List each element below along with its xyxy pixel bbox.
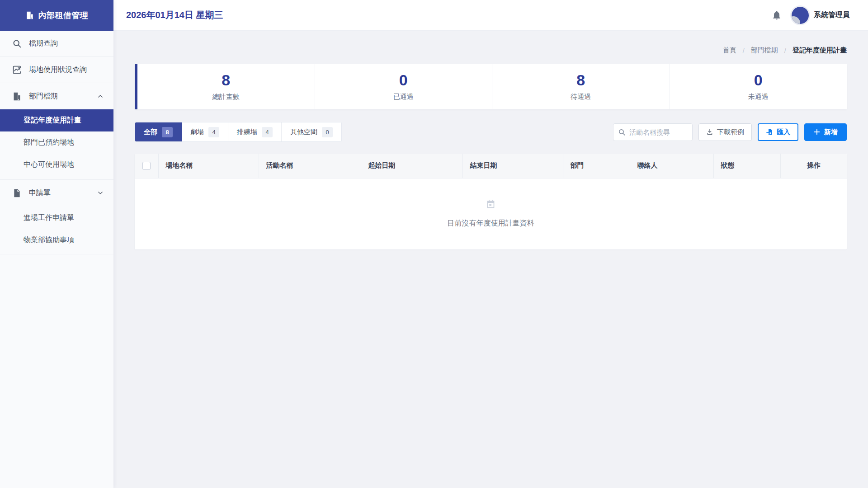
stat-approved: 0 已通過 xyxy=(315,64,493,109)
tab-count-badge: 8 xyxy=(162,127,173,137)
building-icon xyxy=(12,92,22,101)
file-import-icon xyxy=(766,128,773,136)
column-header-department: 部門 xyxy=(563,154,630,178)
stat-total-plans: 8 總計畫數 xyxy=(137,64,315,109)
sidebar-item-label: 部門檔期 xyxy=(29,92,58,101)
sidebar-subitem-label: 登記年度使用計畫 xyxy=(24,116,81,125)
tab-label: 全部 xyxy=(144,128,157,136)
app-title: 內部租借管理 xyxy=(38,10,89,21)
sidebar-subitem-reserved-venues[interactable]: 部門已預約場地 xyxy=(0,131,113,154)
controls-row: 全部 8 劇場 4 排練場 4 其他空間 0 xyxy=(135,122,847,142)
document-icon xyxy=(12,188,22,198)
tab-count-badge: 4 xyxy=(208,127,219,137)
column-header-venue: 場地名稱 xyxy=(158,154,259,178)
calendar-x-icon xyxy=(486,199,495,209)
user-name: 系統管理員 xyxy=(814,10,850,20)
current-date: 2026年01月14日 星期三 xyxy=(126,9,223,21)
stat-pending: 8 待通過 xyxy=(492,64,670,109)
download-sample-label: 下載範例 xyxy=(717,128,744,136)
column-header-actions: 操作 xyxy=(780,154,847,178)
tab-all[interactable]: 全部 8 xyxy=(135,122,182,141)
empty-state: 目前沒有年度使用計畫資料 xyxy=(135,199,847,228)
stat-not-approved: 0 未通過 xyxy=(670,64,847,109)
sidebar-subitem-annual-plan[interactable]: 登記年度使用計畫 xyxy=(0,109,113,131)
sidebar-subitem-label: 部門已預約場地 xyxy=(24,138,74,147)
sidebar-item-label: 申請單 xyxy=(29,188,51,198)
breadcrumb-home[interactable]: 首頁 xyxy=(723,46,736,55)
breadcrumb-separator: / xyxy=(784,47,786,54)
stat-label: 待通過 xyxy=(571,93,591,101)
user-menu[interactable]: 系統管理員 xyxy=(792,7,850,24)
tab-other-space[interactable]: 其他空間 0 xyxy=(282,122,341,141)
sidebar-subitem-available-venues[interactable]: 中心可使用場地 xyxy=(0,154,113,176)
sidebar-nav: 檔期查詢 場地使用狀況查詢 部門檔期 登記年度使用計畫 部門已預約場地 xyxy=(0,31,113,254)
sidebar-item-schedule-search[interactable]: 檔期查詢 xyxy=(0,31,113,57)
add-new-button[interactable]: 新增 xyxy=(804,123,847,141)
sidebar-subitem-entry-work-application[interactable]: 進場工作申請單 xyxy=(0,207,113,229)
stat-value: 0 xyxy=(754,72,763,88)
stats-summary-card: 8 總計畫數 0 已通過 8 待通過 0 未通過 xyxy=(135,64,847,109)
column-header-end-date: 結束日期 xyxy=(462,154,563,178)
table-header-row: 場地名稱 活動名稱 起始日期 結束日期 部門 聯絡人 狀態 操作 xyxy=(135,154,847,178)
tab-label: 排練場 xyxy=(237,128,257,136)
toolbar: 下載範例 匯入 新增 xyxy=(613,123,847,141)
tab-count-badge: 4 xyxy=(262,127,273,137)
breadcrumb-department-schedule[interactable]: 部門檔期 xyxy=(751,46,778,55)
sidebar-item-department-schedule[interactable]: 部門檔期 xyxy=(0,83,113,109)
sidebar-item-venue-usage[interactable]: 場地使用狀況查詢 xyxy=(0,57,113,83)
stat-label: 總計畫數 xyxy=(212,93,240,101)
main-column: 2026年01月14日 星期三 系統管理員 首頁 / 部門檔期 / 登記年度使用… xyxy=(113,0,868,488)
department-submenu: 登記年度使用計畫 部門已預約場地 中心可使用場地 xyxy=(0,109,113,180)
category-tabs: 全部 8 劇場 4 排練場 4 其他空間 0 xyxy=(135,122,342,142)
column-header-activity: 活動名稱 xyxy=(259,154,361,178)
search-icon xyxy=(12,39,22,48)
sidebar-subitem-label: 物業部協助事項 xyxy=(24,235,74,245)
column-header-start-date: 起始日期 xyxy=(361,154,462,178)
download-icon xyxy=(706,128,713,136)
breadcrumb-current-page: 登記年度使用計畫 xyxy=(793,46,847,55)
sidebar-item-label: 檔期查詢 xyxy=(29,39,58,48)
notification-bell-icon[interactable] xyxy=(772,10,782,20)
tab-count-badge: 0 xyxy=(322,127,333,137)
stat-label: 已通過 xyxy=(393,93,414,101)
breadcrumb: 首頁 / 部門檔期 / 登記年度使用計畫 xyxy=(135,46,847,55)
select-all-cell xyxy=(135,154,158,178)
topbar: 2026年01月14日 星期三 系統管理員 xyxy=(113,0,868,31)
sidebar-item-label: 場地使用狀況查詢 xyxy=(29,65,87,75)
import-button[interactable]: 匯入 xyxy=(758,123,798,141)
sidebar-subitem-label: 中心可使用場地 xyxy=(24,160,74,169)
topbar-right: 系統管理員 xyxy=(772,7,850,24)
column-header-status: 狀態 xyxy=(713,154,780,178)
search-icon xyxy=(618,128,626,136)
select-all-checkbox[interactable] xyxy=(142,162,151,170)
column-header-contact: 聯絡人 xyxy=(630,154,713,178)
sidebar: 內部租借管理 檔期查詢 場地使用狀況查詢 部門檔期 登記年度 xyxy=(0,0,113,488)
stat-value: 0 xyxy=(399,72,408,88)
stat-value: 8 xyxy=(222,72,230,88)
tab-theater[interactable]: 劇場 4 xyxy=(182,122,228,141)
search-input[interactable] xyxy=(629,128,688,136)
avatar xyxy=(792,7,809,24)
building-icon xyxy=(25,11,34,20)
sidebar-item-applications[interactable]: 申請單 xyxy=(0,180,113,206)
import-label: 匯入 xyxy=(777,128,790,136)
tab-label: 劇場 xyxy=(190,128,204,136)
download-sample-button[interactable]: 下載範例 xyxy=(698,123,752,141)
chevron-down-icon xyxy=(97,190,104,196)
sidebar-subitem-property-assistance[interactable]: 物業部協助事項 xyxy=(0,229,113,251)
breadcrumb-separator: / xyxy=(743,47,745,54)
plans-table: 場地名稱 活動名稱 起始日期 結束日期 部門 聯絡人 狀態 操作 xyxy=(135,154,847,249)
trend-chart-icon xyxy=(12,65,22,75)
tab-rehearsal[interactable]: 排練場 4 xyxy=(228,122,282,141)
tab-label: 其他空間 xyxy=(290,128,317,136)
stat-label: 未通過 xyxy=(748,93,769,101)
search-box xyxy=(613,123,693,141)
content-area: 首頁 / 部門檔期 / 登記年度使用計畫 8 總計畫數 0 已通過 8 待通過 … xyxy=(113,31,868,488)
empty-state-text: 目前沒有年度使用計畫資料 xyxy=(448,219,534,228)
applications-submenu: 進場工作申請單 物業部協助事項 xyxy=(0,206,113,254)
add-new-label: 新增 xyxy=(824,128,838,136)
plus-icon xyxy=(813,128,821,136)
sidebar-subitem-label: 進場工作申請單 xyxy=(24,213,74,223)
stat-value: 8 xyxy=(576,72,585,88)
plans-table-card: 場地名稱 活動名稱 起始日期 結束日期 部門 聯絡人 狀態 操作 xyxy=(135,154,847,249)
